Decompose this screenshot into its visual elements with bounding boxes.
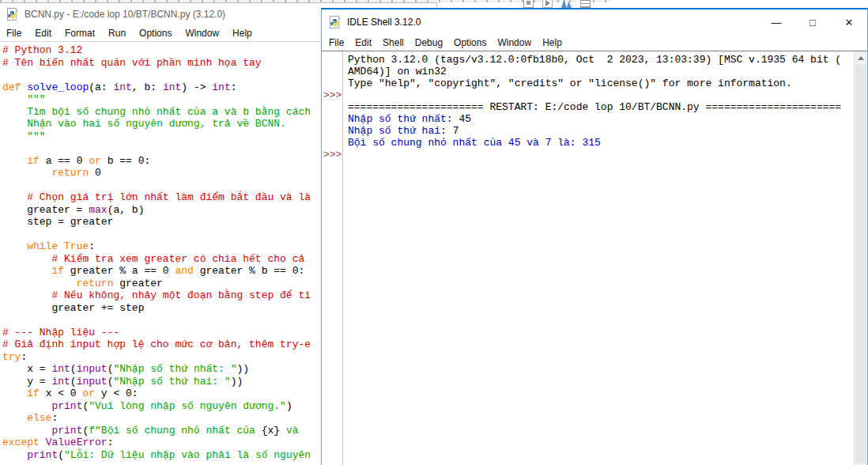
editor-window-title: BCNN.py - E:/code lop 10/BT/BCNN.py (3.1… bbox=[25, 9, 225, 20]
shell-line bbox=[348, 149, 867, 161]
window-controls: — □ ✕ bbox=[758, 9, 867, 35]
shell-prompt-empty bbox=[323, 66, 342, 78]
shell-menu-bar: FileEditShellDebugOptionsWindowHelp bbox=[322, 35, 867, 51]
stop-icon[interactable] bbox=[523, 0, 534, 8]
shell-menu-item-help[interactable]: Help bbox=[542, 37, 562, 48]
shell-line: Bội số chung nhỏ nhất của 45 và 7 là: 31… bbox=[348, 137, 867, 149]
shell-prompt-empty bbox=[323, 113, 342, 125]
shell-window-title: IDLE Shell 3.12.0 bbox=[347, 17, 421, 28]
minimize-button[interactable]: — bbox=[758, 9, 794, 35]
editor-menu-item-help[interactable]: Help bbox=[232, 28, 252, 39]
shell-menu-item-file[interactable]: File bbox=[329, 37, 344, 48]
chart-icon[interactable] bbox=[561, 0, 572, 8]
shell-prompt-sidebar: >>> >>> bbox=[322, 51, 343, 465]
editor-menu-item-file[interactable]: File bbox=[6, 28, 21, 39]
shell-line: AMD64)] on win32 bbox=[348, 66, 867, 78]
shell-menu-item-edit[interactable]: Edit bbox=[355, 37, 372, 48]
shell-prompt-empty bbox=[323, 54, 342, 66]
desktop: BCNN.py - E:/code lop 10/BT/BCNN.py (3.1… bbox=[0, 0, 868, 465]
shell-line bbox=[348, 89, 867, 101]
maximize-button[interactable]: □ bbox=[794, 9, 831, 35]
shell-menu-item-shell[interactable]: Shell bbox=[383, 37, 404, 48]
shell-prompt: >>> bbox=[323, 89, 342, 101]
shell-line: Python 3.12.0 (tags/v3.12.0:0fb18b0, Oct… bbox=[348, 54, 867, 66]
shell-menu-item-debug[interactable]: Debug bbox=[415, 37, 443, 48]
play-icon[interactable] bbox=[542, 0, 553, 8]
shell-prompt-empty bbox=[323, 101, 342, 113]
shell-title-bar[interactable]: IDLE Shell 3.12.0 — □ ✕ bbox=[322, 9, 867, 35]
editor-menu-item-options[interactable]: Options bbox=[139, 28, 172, 39]
shell-prompt-empty bbox=[323, 125, 342, 137]
shell-prompt: >>> bbox=[323, 149, 342, 161]
scroll-up-icon[interactable] bbox=[855, 51, 867, 65]
shell-line: Type "help", "copyright", "credits" or "… bbox=[348, 78, 867, 89]
editor-menu-item-run[interactable]: Run bbox=[108, 28, 126, 39]
shell-prompt-empty bbox=[323, 137, 342, 149]
python-file-icon bbox=[329, 16, 342, 28]
shell-line: Nhập số thứ hai: 7 bbox=[348, 125, 867, 137]
close-button[interactable]: ✕ bbox=[831, 9, 867, 35]
shell-prompt-empty bbox=[323, 78, 342, 89]
grid-icon[interactable] bbox=[580, 0, 591, 8]
python-file-icon bbox=[6, 8, 19, 21]
editor-menu-item-window[interactable]: Window bbox=[185, 28, 219, 39]
shell-menu-item-options[interactable]: Options bbox=[454, 37, 486, 48]
editor-menu-item-format[interactable]: Format bbox=[65, 28, 95, 39]
shell-line: Nhập số thứ nhất: 45 bbox=[348, 113, 867, 125]
editor-menu-item-edit[interactable]: Edit bbox=[35, 28, 51, 39]
shell-window: IDLE Shell 3.12.0 — □ ✕ FileEditShellDeb… bbox=[321, 8, 868, 465]
shell-text-area[interactable]: >>> >>> Python 3.12.0 (tags/v3.12.0:0fb1… bbox=[322, 51, 867, 465]
scrollbar-thumb[interactable] bbox=[855, 65, 866, 463]
shell-line: ====================== RESTART: E:/code … bbox=[348, 101, 867, 113]
shell-output[interactable]: Python 3.12.0 (tags/v3.12.0:0fb18b0, Oct… bbox=[343, 51, 867, 465]
shell-menu-item-window[interactable]: Window bbox=[497, 37, 531, 48]
background-toolbar bbox=[523, 0, 591, 8]
shell-scrollbar[interactable] bbox=[854, 51, 867, 465]
